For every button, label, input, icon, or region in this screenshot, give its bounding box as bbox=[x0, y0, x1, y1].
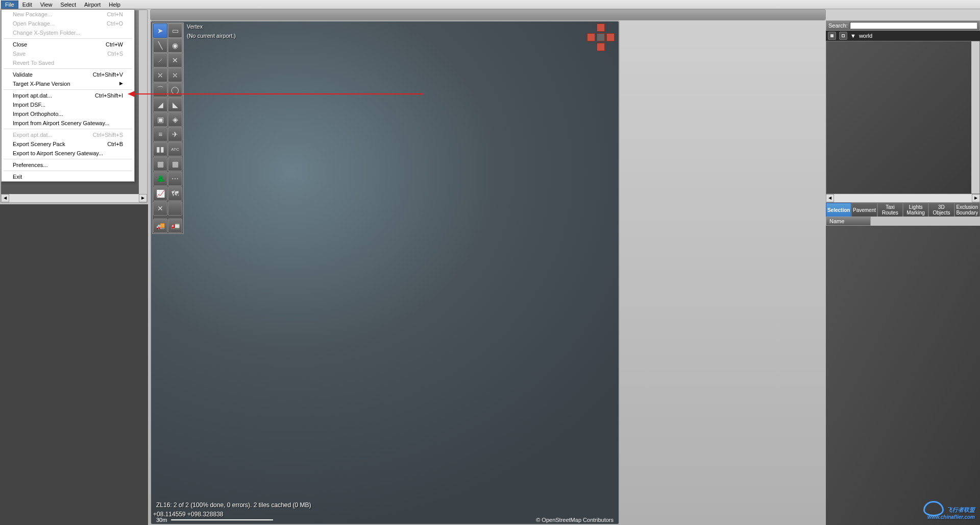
tool-atc[interactable]: ATC bbox=[168, 142, 182, 156]
search-row: Search: bbox=[826, 20, 980, 31]
menu-item-import-orthophoto[interactable]: Import Orthophoto... bbox=[2, 109, 134, 118]
main-viewport[interactable]: ➤▭╲◉⟋✕⤫⤬⌒◯◢◣▣◈≡✈▮▮ATC▦▦🌲⋯📈🗺✕🚚🚛 Vertex (N… bbox=[150, 20, 620, 525]
nav-north[interactable] bbox=[597, 23, 605, 32]
tree-vscroll[interactable] bbox=[971, 41, 979, 194]
menu-item-export-to-airport-scenery-gateway[interactable]: Export to Airport Scenery Gateway... bbox=[2, 149, 134, 158]
tool-intersect2[interactable]: ⤬ bbox=[168, 68, 182, 82]
left-hscroll[interactable]: ◀ ▶ bbox=[1, 194, 147, 202]
name-column-header[interactable]: Name bbox=[826, 217, 871, 226]
tab-3d-objects[interactable]: 3D Objects bbox=[928, 203, 954, 217]
menu-separator bbox=[4, 89, 132, 90]
nav-center[interactable] bbox=[597, 33, 605, 41]
world-label[interactable]: world bbox=[859, 33, 872, 39]
menu-item-import-apt-dat[interactable]: Import apt.dat...Ctrl+Shift+I bbox=[2, 91, 134, 100]
tool-graph[interactable]: 📈 bbox=[153, 186, 167, 201]
scale-indicator: 30m bbox=[156, 517, 273, 523]
tab-lights-marking[interactable]: Lights Marking bbox=[903, 203, 928, 217]
camera-icon[interactable]: ◙ bbox=[828, 32, 836, 40]
tool-road1[interactable]: ⟋ bbox=[153, 53, 167, 67]
menu-separator bbox=[4, 159, 132, 159]
file-dropdown: New Package...Ctrl+NOpen Package...Ctrl+… bbox=[1, 9, 135, 182]
viewport-info: Vertex (No current airport.) bbox=[187, 23, 236, 39]
tool-pointer[interactable]: ➤ bbox=[153, 23, 167, 38]
nav-west[interactable] bbox=[587, 33, 595, 41]
menu-help[interactable]: Help bbox=[105, 1, 125, 9]
nav-east[interactable] bbox=[606, 33, 615, 41]
top-toolbar bbox=[150, 9, 826, 20]
tool-taxiway[interactable]: ≡ bbox=[153, 127, 167, 141]
scale-label: 30m bbox=[156, 517, 167, 523]
tool-road2[interactable]: ✕ bbox=[168, 53, 182, 67]
tool-intersect1[interactable]: ⤫ bbox=[153, 68, 167, 82]
tool-building2[interactable]: ▦ bbox=[168, 157, 182, 171]
tab-exclusion-boundary[interactable]: Exclusion Boundary bbox=[954, 203, 980, 217]
camera2-icon[interactable]: ◘ bbox=[839, 32, 847, 40]
tool-place[interactable]: ◯ bbox=[168, 83, 182, 97]
menu-item-revert-to-saved: Revert To Saved bbox=[2, 58, 134, 67]
tool-tree[interactable]: 🌲 bbox=[153, 172, 167, 186]
tab-pavement[interactable]: Pavement bbox=[851, 203, 877, 217]
tool-palette: ➤▭╲◉⟋✕⤫⤬⌒◯◢◣▣◈≡✈▮▮ATC▦▦🌲⋯📈🗺✕🚚🚛 bbox=[152, 22, 184, 234]
menu-item-import-from-airport-scenery-gateway[interactable]: Import from Airport Scenery Gateway... bbox=[2, 118, 134, 128]
menu-file[interactable]: File bbox=[1, 1, 18, 9]
menu-item-target-x-plane-version[interactable]: Target X-Plane Version▶ bbox=[2, 79, 134, 88]
tool-light1[interactable]: ◢ bbox=[153, 98, 167, 112]
tool-bars[interactable]: ▮▮ bbox=[153, 142, 167, 156]
menu-airport[interactable]: Airport bbox=[80, 1, 105, 9]
tool-truck1[interactable]: 🚚 bbox=[153, 219, 167, 233]
menu-item-exit[interactable]: Exit bbox=[2, 172, 134, 181]
menu-item-preferences[interactable]: Preferences... bbox=[2, 160, 134, 170]
tool-building[interactable]: ▦ bbox=[153, 157, 167, 171]
nav-south[interactable] bbox=[597, 43, 605, 51]
tool-beacon[interactable]: ◉ bbox=[168, 38, 182, 53]
tree-hscroll[interactable]: ◀ ▶ bbox=[826, 194, 980, 202]
tile-status: ZL16: 2 of 2 (100% done, 0 errors). 2 ti… bbox=[156, 502, 311, 509]
tree-scroll-left[interactable]: ◀ bbox=[826, 194, 834, 202]
tool-object1[interactable]: ▣ bbox=[153, 112, 167, 127]
menu-item-validate[interactable]: ValidateCtrl+Shift+V bbox=[2, 70, 134, 79]
tool-delete[interactable]: ✕ bbox=[153, 201, 167, 216]
tab-taxi-routes[interactable]: Taxi Routes bbox=[877, 203, 903, 217]
menu-separator bbox=[4, 38, 132, 39]
tool-light2[interactable]: ◣ bbox=[168, 98, 182, 112]
menu-item-export-scenery-pack[interactable]: Export Scenery PackCtrl+B bbox=[2, 139, 134, 149]
tool-blank[interactable] bbox=[168, 201, 182, 216]
tool-truck2[interactable]: 🚛 bbox=[168, 219, 182, 233]
hierarchy-tree[interactable] bbox=[826, 41, 980, 194]
property-tabs: SelectionPavementTaxi RoutesLights Marki… bbox=[826, 202, 980, 217]
tool-aircraft[interactable]: ✈ bbox=[168, 127, 182, 141]
menu-select[interactable]: Select bbox=[56, 1, 80, 9]
scroll-left-btn[interactable]: ◀ bbox=[1, 194, 9, 202]
tree-scroll-right[interactable]: ▶ bbox=[972, 194, 980, 202]
right-panel: Search: ◙ ◘ ▼ world ◀ ▶ SelectionPavemen… bbox=[826, 20, 980, 525]
menu-item-close[interactable]: CloseCtrl+W bbox=[2, 40, 134, 49]
menu-item-change-x-system-folder: Change X-System Folder... bbox=[2, 28, 134, 37]
search-input[interactable] bbox=[850, 22, 977, 29]
world-row: ◙ ◘ ▼ world bbox=[826, 31, 980, 41]
menu-separator bbox=[4, 129, 132, 129]
watermark-text: 飞行者联盟 bbox=[947, 507, 975, 513]
tab-selection[interactable]: Selection bbox=[826, 203, 851, 217]
map-credit: © OpenStreetMap Contributors bbox=[536, 517, 614, 523]
scale-bar bbox=[171, 519, 273, 520]
menu-item-import-dsf[interactable]: Import DSF... bbox=[2, 100, 134, 109]
tool-dots[interactable]: ⋯ bbox=[168, 172, 182, 186]
tool-curve[interactable]: ⌒ bbox=[153, 83, 167, 97]
tool-line1[interactable]: ╲ bbox=[153, 38, 167, 53]
left-vscroll[interactable] bbox=[139, 10, 147, 194]
scroll-right-btn[interactable]: ▶ bbox=[139, 194, 147, 202]
tool-marquee[interactable]: ▭ bbox=[168, 23, 182, 38]
menu-item-open-package: Open Package...Ctrl+O bbox=[2, 19, 134, 28]
bottom-left-panel bbox=[0, 204, 148, 525]
dropdown-arrow-icon[interactable]: ▼ bbox=[850, 33, 856, 39]
tree-scroll-track[interactable] bbox=[834, 194, 972, 202]
scroll-track[interactable] bbox=[9, 194, 139, 202]
tool-sign[interactable]: ◈ bbox=[168, 112, 182, 127]
detail-panel bbox=[826, 226, 980, 525]
airport-status-label: (No current airport.) bbox=[187, 33, 236, 39]
menu-edit[interactable]: Edit bbox=[18, 1, 36, 9]
nav-compass bbox=[587, 23, 615, 51]
tool-map[interactable]: 🗺 bbox=[168, 186, 182, 201]
menu-item-new-package: New Package...Ctrl+N bbox=[2, 10, 134, 19]
menu-view[interactable]: View bbox=[36, 1, 57, 9]
